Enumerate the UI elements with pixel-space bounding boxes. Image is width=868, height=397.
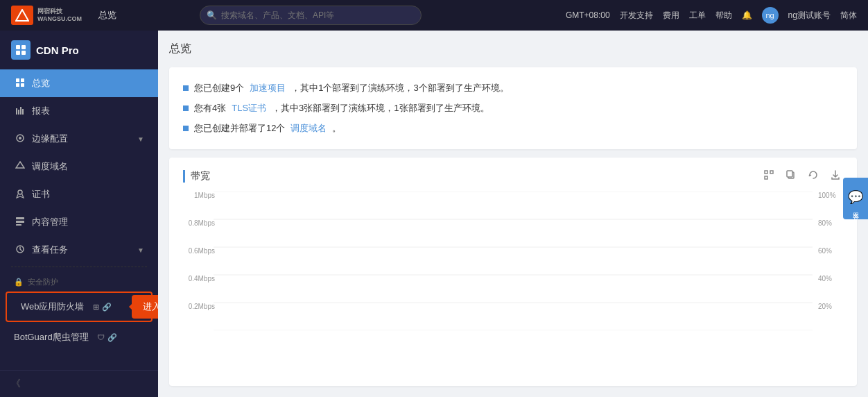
y-left-2: 0.6Mbps xyxy=(183,247,215,255)
search-input[interactable] xyxy=(200,6,422,25)
botguard-icons: 🛡 🔗 xyxy=(97,333,117,342)
logo-text: 网宿科技 WANGSU.COM xyxy=(37,8,82,23)
sidebar-item-content[interactable]: 内容管理 xyxy=(0,208,158,236)
content-icon xyxy=(14,217,26,228)
svg-rect-4 xyxy=(21,51,26,55)
chart-actions xyxy=(761,169,843,183)
botguard-link-icon: 🔗 xyxy=(107,333,117,342)
chart-title: 带宽 xyxy=(183,170,210,183)
sidebar-label-edge-config: 边缘配置 xyxy=(32,133,68,145)
sidebar-divider xyxy=(11,267,147,267)
y-right-2: 60% xyxy=(818,247,843,255)
sidebar-item-reports[interactable]: 报表 xyxy=(0,97,158,125)
y-labels-right: 100% 80% 60% 40% 20% xyxy=(815,192,843,330)
notice-item-1: 您有4张 TLS证书 ，其中3张部署到了演练环境，1张部署到了生产环境。 xyxy=(183,99,843,119)
tasks-arrow: ▼ xyxy=(137,246,144,254)
waf-icons: ⊞ 🔗 xyxy=(93,303,112,312)
content-area: 总览 您已创建9个 加速项目 ，其中1个部署到了演练环境，3个部署到了生产环境。… xyxy=(158,31,868,397)
notice-link-2[interactable]: 调度域名 xyxy=(290,121,327,136)
svg-rect-3 xyxy=(16,51,20,55)
sidebar-label-reports: 报表 xyxy=(32,105,50,117)
sidebar-item-dispatch[interactable]: 调度域名 xyxy=(0,153,158,180)
svg-rect-11 xyxy=(20,107,21,115)
help-link[interactable]: 帮助 xyxy=(715,10,732,22)
svg-rect-21 xyxy=(765,171,767,174)
sidebar-item-edge-config[interactable]: 边缘配置 ▼ xyxy=(0,125,158,153)
bullet-1 xyxy=(183,105,189,111)
waf-link-icon: 🔗 xyxy=(102,303,112,312)
svg-rect-9 xyxy=(16,108,17,115)
nav-overview-link[interactable]: 总览 xyxy=(93,9,122,22)
notification-icon[interactable]: 🔔 xyxy=(742,10,752,20)
dev-support-link[interactable]: 开发支持 xyxy=(620,10,653,22)
main-layout: CDN Pro 总览 报表 边缘配置 xyxy=(0,31,868,397)
waf-popup[interactable]: 进入WAF控制台 xyxy=(132,295,158,319)
svg-rect-10 xyxy=(18,110,19,115)
notice-link-0[interactable]: 加速项目 xyxy=(250,81,286,96)
svg-marker-0 xyxy=(16,10,28,21)
lang-switch[interactable]: 简体 xyxy=(840,10,857,22)
logo-icon xyxy=(11,6,33,25)
y-left-3: 0.4Mbps xyxy=(183,275,215,282)
y-left-1: 0.8Mbps xyxy=(183,219,215,227)
sidebar-collapse-btn[interactable]: 《 xyxy=(0,370,158,397)
chart-download-btn[interactable] xyxy=(828,169,843,183)
bullet-2 xyxy=(183,126,189,131)
nav-right: GMT+08:00 开发支持 费用 工单 帮助 🔔 ng ng测试账号 简体 xyxy=(566,7,857,24)
notice-card: 您已创建9个 加速项目 ，其中1个部署到了演练环境，3个部署到了生产环境。 您有… xyxy=(169,67,857,149)
chart-svg xyxy=(183,192,843,330)
sidebar-label-botguard: BotGuard爬虫管理 xyxy=(14,331,89,344)
svg-rect-17 xyxy=(16,217,24,219)
sidebar-item-botguard[interactable]: BotGuard爬虫管理 🛡 🔗 xyxy=(0,323,158,351)
sidebar-label-tasks: 查看任务 xyxy=(32,244,68,256)
chart-copy-btn[interactable] xyxy=(783,169,799,183)
chart-expand-btn[interactable] xyxy=(761,169,776,183)
sidebar-label-content: 内容管理 xyxy=(32,216,68,228)
bullet-0 xyxy=(183,85,189,91)
float-chat-icon: 💬 xyxy=(848,189,863,205)
notice-item-2: 您已创建并部署了12个 调度域名 。 xyxy=(183,119,843,139)
svg-rect-19 xyxy=(16,224,21,226)
y-left-4: 0.2Mbps xyxy=(183,303,215,310)
dispatch-icon xyxy=(14,161,26,173)
collapse-icon: 《 xyxy=(11,378,21,390)
svg-point-14 xyxy=(19,137,21,140)
svg-rect-1 xyxy=(16,45,20,49)
svg-rect-22 xyxy=(770,171,773,174)
y-right-3: 40% xyxy=(818,275,843,282)
search-bar: 🔍 xyxy=(200,6,422,25)
cert-icon xyxy=(14,189,26,201)
svg-rect-25 xyxy=(787,171,792,177)
svg-rect-7 xyxy=(16,83,19,87)
float-chat-btn[interactable]: 💬 客服 xyxy=(843,178,868,219)
security-section-title: 🔒 安全防护 xyxy=(0,270,158,290)
chart-refresh-btn[interactable] xyxy=(806,169,821,183)
edge-config-arrow: ▼ xyxy=(137,135,144,143)
chart-card: 带宽 xyxy=(169,158,857,386)
sidebar-item-overview[interactable]: 总览 xyxy=(0,69,158,97)
svg-marker-15 xyxy=(16,162,24,168)
username-label[interactable]: ng测试账号 xyxy=(788,10,831,22)
tools-link[interactable]: 工单 xyxy=(689,10,706,22)
y-right-4: 20% xyxy=(818,303,843,310)
svg-rect-6 xyxy=(21,78,24,82)
logo: 网宿科技 WANGSU.COM xyxy=(11,6,82,25)
top-navbar: 网宿科技 WANGSU.COM 总览 🔍 GMT+08:00 开发支持 费用 工… xyxy=(0,0,868,31)
reports-icon xyxy=(14,105,26,117)
timezone-label: GMT+08:00 xyxy=(566,10,610,20)
avatar: ng xyxy=(762,7,779,24)
svg-rect-18 xyxy=(16,221,24,223)
waf-grid-icon: ⊞ xyxy=(93,303,99,312)
product-title: CDN Pro xyxy=(0,31,158,69)
botguard-shield-icon: 🛡 xyxy=(97,333,105,342)
lock-icon: 🔒 xyxy=(14,278,24,287)
sidebar-label-dispatch: 调度域名 xyxy=(32,160,68,173)
waf-container: Web应用防火墙 ⊞ 🔗 进入WAF控制台 xyxy=(0,292,158,322)
y-right-0: 100% xyxy=(818,192,843,199)
billing-link[interactable]: 费用 xyxy=(663,10,679,22)
sidebar-label-cert: 证书 xyxy=(32,188,50,201)
sidebar-item-cert[interactable]: 证书 xyxy=(0,180,158,208)
notice-link-1[interactable]: TLS证书 xyxy=(232,101,266,116)
sidebar-item-tasks[interactable]: 查看任务 ▼ xyxy=(0,236,158,264)
y-left-0: 1Mbps xyxy=(183,192,215,199)
